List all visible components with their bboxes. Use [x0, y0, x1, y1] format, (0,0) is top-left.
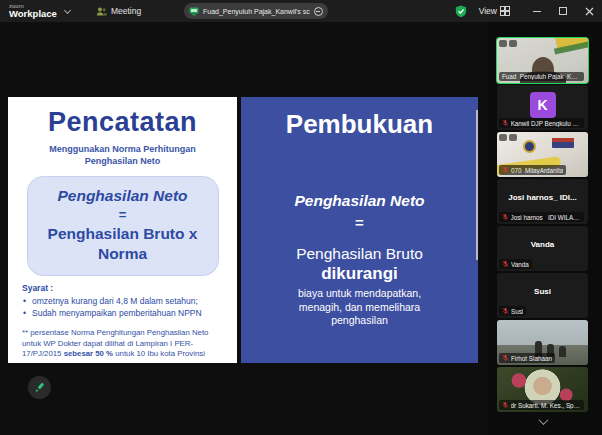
security-shield-icon[interactable] — [455, 5, 467, 18]
participant-name: Kanwil DJP Bengkulu da... — [511, 120, 581, 127]
share-options-icon[interactable] — [314, 7, 323, 16]
participant-name: dr Sukarti. M. Kes., SpP(... — [511, 402, 581, 409]
participant-tile-firhot[interactable]: Firhot Siahaan — [497, 320, 588, 365]
titlebar: zoom Workplace Meeting Fuad_Penyuluh Paj… — [0, 0, 602, 22]
meeting-tab-label: Meeting — [111, 6, 141, 16]
tile-options-icon[interactable] — [509, 134, 517, 141]
name-label: Firhot Siahaan — [499, 353, 555, 363]
footnote-text-2: untuk 10 Ibu kota Provinsi — [113, 349, 205, 358]
screenshare-indicator-pill[interactable]: Fuad_Penyuluh Pajak_Kanwil's sc — [184, 3, 328, 19]
participant-name: Susi — [511, 308, 523, 315]
tile-pin-icon[interactable] — [499, 40, 507, 47]
screenshare-indicator-text: Fuad_Penyuluh Pajak_Kanwil's sc — [203, 8, 310, 15]
muted-mic-icon — [502, 119, 509, 127]
slide-panel-pembukuan: Pembukuan Penghasilan Neto = Penghasilan… — [241, 97, 478, 363]
close-button[interactable] — [576, 0, 602, 22]
slide-scrollbar[interactable] — [476, 110, 478, 260]
screenshare-icon — [189, 7, 199, 16]
name-label: dr Sukarti. M. Kes., SpP(... — [499, 400, 584, 410]
pembukuan-line3: dikurangi — [241, 264, 478, 284]
participant-tile-sukarti[interactable]: dr Sukarti. M. Kes., SpP(... — [497, 367, 588, 412]
app-logo[interactable]: zoom Workplace — [0, 3, 57, 19]
formula-line2: Penghasilan Bruto x Norma — [38, 224, 208, 263]
muted-mic-icon — [502, 401, 509, 409]
syarat-label: Syarat : — [22, 283, 225, 293]
syarat-section: Syarat : omzetnya kurang dari 4,8 M dala… — [8, 276, 237, 320]
participant-name: Josi harnos_ IDI WILAYA... — [511, 214, 581, 221]
avatar: K — [530, 92, 556, 118]
syarat-bullet-1: omzetnya kurang dari 4,8 M dalam setahun… — [22, 295, 225, 307]
participant-tile-fuad[interactable]: Fuad_Penyuluh Pajak_Kanwil — [497, 38, 588, 83]
pembukuan-equals: = — [241, 214, 478, 231]
name-label: Josi harnos_ IDI WILAYA... — [499, 212, 584, 222]
minimize-button[interactable] — [524, 0, 550, 22]
formula-equals: = — [34, 207, 212, 222]
view-button-label: View — [479, 6, 497, 16]
participant-tile-kanwil[interactable]: K Kanwil DJP Bengkulu da... — [497, 85, 588, 130]
pembukuan-line1: Penghasilan Neto — [241, 192, 478, 210]
muted-mic-icon — [502, 213, 509, 221]
restore-icon — [559, 7, 567, 15]
close-icon — [585, 7, 594, 16]
pembukuan-title: Pembukuan — [241, 109, 478, 140]
participant-tile-vanda[interactable]: Vanda Vanda — [497, 226, 588, 271]
zoom-meeting-window: zoom Workplace Meeting Fuad_Penyuluh Paj… — [0, 0, 602, 435]
pencatatan-subtitle: Menggunakan Norma Perhitungan Penghasila… — [35, 143, 210, 167]
name-label: Susi — [499, 306, 526, 316]
app-logo-workplace: Workplace — [9, 9, 57, 19]
participant-name: Vanda — [511, 261, 529, 268]
name-label: Vanda — [499, 259, 532, 269]
maximize-button[interactable] — [550, 0, 576, 22]
chevron-down-icon[interactable] — [64, 6, 71, 13]
grid-view-icon — [500, 6, 510, 16]
name-label: 070_MilayArdanita — [499, 165, 566, 175]
tile-pin-icon[interactable] — [499, 134, 507, 141]
pencil-icon — [34, 382, 45, 393]
participant-name: 070_MilayArdanita — [511, 167, 563, 174]
muted-mic-icon — [502, 307, 509, 315]
name-label: Kanwil DJP Bengkulu da... — [499, 118, 584, 128]
syarat-list: omzetnya kurang dari 4,8 M dalam setahun… — [22, 295, 225, 320]
pencatatan-title: Pencatatan — [8, 107, 237, 138]
muted-mic-icon — [502, 260, 509, 268]
pembukuan-line2: Penghasilan Bruto — [241, 245, 478, 263]
meeting-people-icon — [96, 6, 107, 17]
view-button[interactable]: View — [479, 6, 510, 16]
pembukuan-line4: biaya untuk mendapatkan, menagih, dan me… — [280, 287, 440, 328]
footnote-bold: sebesar 50 % — [64, 349, 113, 358]
titlebar-right: View — [455, 0, 602, 22]
syarat-bullet-2: Sudah menyampaikan pemberitahuan NPPN — [22, 307, 225, 319]
participant-tile-susi[interactable]: Susi Susi — [497, 273, 588, 318]
footnote: ** persentase Norma Penghitungan Penghas… — [8, 320, 237, 361]
muted-mic-icon — [502, 354, 509, 362]
tile-options-icon[interactable] — [509, 40, 517, 47]
slide-panel-pencatatan: Pencatatan Menggunakan Norma Perhitungan… — [8, 97, 237, 363]
name-label: Fuad_Penyuluh Pajak_Kanwil — [499, 72, 584, 81]
participants-rail: Fuad_Penyuluh Pajak_Kanwil K Kanwil DJP … — [488, 22, 602, 435]
meeting-tab[interactable]: Meeting — [96, 6, 141, 17]
participant-tile-070[interactable]: 070_MilayArdanita — [497, 132, 588, 177]
formula-box: Penghasilan Neto = Penghasilan Bruto x N… — [27, 176, 219, 276]
participant-tile-josi[interactable]: Josi harnos_ IDI... Josi harnos_ IDI WIL… — [497, 179, 588, 224]
participant-name: Firhot Siahaan — [511, 355, 552, 362]
shared-screen-stage: Pencatatan Menggunakan Norma Perhitungan… — [0, 22, 488, 435]
muted-mic-icon — [502, 166, 509, 174]
more-participants-button[interactable] — [532, 414, 554, 428]
annotate-button[interactable] — [28, 376, 51, 399]
participant-name: Fuad_Penyuluh Pajak_Kanwil — [502, 73, 581, 80]
formula-line1: Penghasilan Neto — [34, 187, 212, 205]
chevron-down-icon — [538, 415, 548, 425]
minimize-icon — [533, 11, 541, 12]
